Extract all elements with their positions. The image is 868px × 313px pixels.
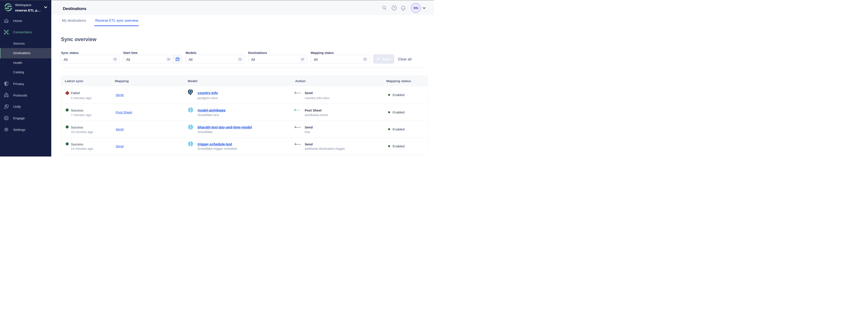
- svg-text:webhooks: webhooks: [296, 92, 301, 93]
- svg-text:webhooks: webhooks: [296, 144, 301, 145]
- svg-text:webhooks: webhooks: [296, 127, 301, 128]
- svg-text:?: ?: [393, 6, 395, 9]
- svg-text:Google Sheets: Google Sheets: [296, 110, 300, 111]
